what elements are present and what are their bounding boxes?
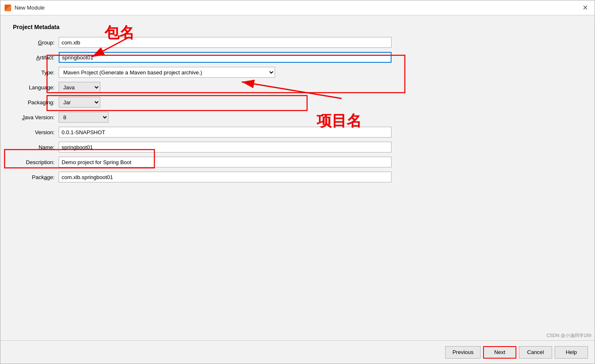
language-label: Language:: [13, 84, 59, 91]
name-row: Name:: [13, 142, 582, 152]
artifact-label: Artifact:: [13, 54, 59, 61]
section-title: Project Metadata: [13, 24, 582, 30]
packaging-select[interactable]: Jar: [59, 97, 100, 108]
language-row: Language: Java: [13, 82, 582, 93]
app-icon: [5, 5, 11, 11]
java-version-label: Java Version:: [13, 114, 59, 121]
description-row: Description:: [13, 157, 582, 167]
group-row: Group:: [13, 37, 582, 48]
packaging-label: Packaging:: [13, 99, 59, 106]
bottom-bar: Previous Next Cancel Help: [0, 340, 595, 364]
name-label: Name:: [13, 144, 59, 150]
description-label: Description:: [13, 159, 59, 165]
name-input[interactable]: [59, 142, 392, 152]
next-button[interactable]: Next: [483, 346, 516, 359]
java-version-select[interactable]: 8: [59, 112, 109, 123]
version-label: Version:: [13, 129, 59, 135]
type-select[interactable]: Maven Project (Generate a Maven based pr…: [59, 67, 275, 78]
title-bar-left: New Module: [5, 5, 45, 11]
package-row: Package:: [13, 172, 582, 182]
artifact-input[interactable]: [59, 52, 392, 63]
help-button[interactable]: Help: [555, 346, 588, 359]
window: New Module ✕ Project Metadata Group: Art…: [0, 0, 595, 364]
group-input[interactable]: [59, 37, 392, 48]
description-input[interactable]: [59, 157, 392, 167]
title-bar: New Module ✕: [0, 0, 595, 15]
java-version-row: Java Version: 8: [13, 112, 582, 123]
close-button[interactable]: ✕: [580, 3, 590, 12]
window-title: New Module: [15, 5, 45, 11]
previous-button[interactable]: Previous: [445, 346, 481, 359]
package-label: Package:: [13, 174, 59, 180]
package-input[interactable]: [59, 172, 392, 182]
version-input[interactable]: [59, 127, 392, 138]
packaging-row: Packaging: Jar: [13, 97, 582, 108]
artifact-row: Artifact:: [13, 52, 582, 63]
version-row: Version:: [13, 127, 582, 138]
type-label: Type:: [13, 69, 59, 76]
type-row: Type: Maven Project (Generate a Maven ba…: [13, 67, 582, 78]
language-select[interactable]: Java: [59, 82, 100, 93]
content-area: Project Metadata Group: Artifact: Type: …: [0, 15, 595, 340]
watermark: CSDN @小洳同学189: [546, 332, 591, 339]
cancel-button[interactable]: Cancel: [519, 346, 552, 359]
group-label: Group:: [13, 39, 59, 46]
